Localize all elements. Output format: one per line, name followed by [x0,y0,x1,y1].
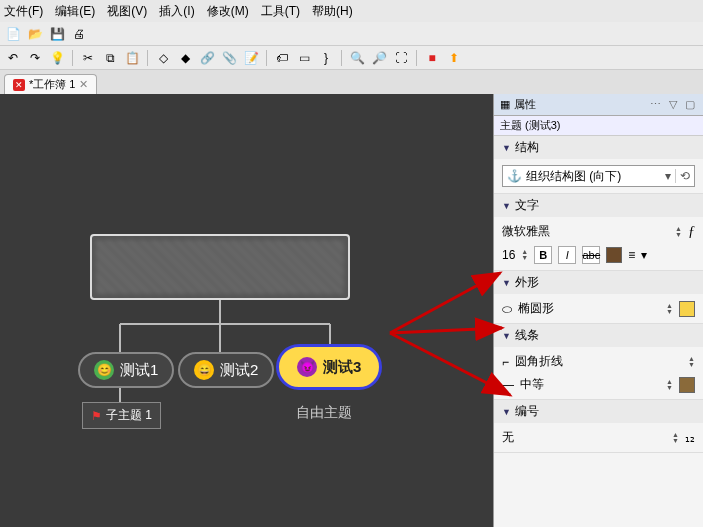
topic-2[interactable]: 😄 测试2 [178,352,274,388]
align-icon[interactable]: ≡ [628,248,635,262]
zoomin-icon[interactable]: 🔍 [348,49,366,67]
strike-button[interactable]: abc [582,246,600,264]
workbook-tab[interactable]: ✕ *工作簿 1 ✕ [4,74,97,94]
tab-close-icon[interactable]: ✕ [79,78,88,91]
line-style-icon: ⌐ [502,355,509,369]
topic-1-label: 测试1 [120,361,158,380]
shape-fill-swatch[interactable] [679,301,695,317]
open-icon[interactable]: 📂 [26,25,44,43]
menu-modify[interactable]: 修改(M) [207,3,249,20]
structure-dropdown[interactable]: ⚓ 组织结构图 (向下) ▾ ⟲ [502,165,695,187]
marker-icon[interactable]: 🏷 [273,49,291,67]
dropdown-arrow-icon[interactable]: ▾ [665,169,671,183]
font-size[interactable]: 16 [502,248,515,262]
text-color-swatch[interactable] [606,247,622,263]
save-icon[interactable]: 💾 [48,25,66,43]
menu-edit[interactable]: 编辑(E) [55,3,95,20]
topic-1[interactable]: 😊 测试1 [78,352,174,388]
panel-header: ▦ 属性 ⋯ ▽ ▢ [494,94,703,116]
panel-menu-icon[interactable]: ⋯ [648,98,663,111]
line-weight-icon: — [502,378,514,392]
menu-view[interactable]: 视图(V) [107,3,147,20]
summary-icon[interactable]: } [317,49,335,67]
shape-value[interactable]: 椭圆形 [518,300,660,317]
toolbar-1: 📄 📂 💾 🖨 [0,22,703,46]
collapse-arrow-icon: ▼ [502,331,511,341]
tab-bar: ✕ *工作簿 1 ✕ [0,70,703,94]
properties-panel: ▦ 属性 ⋯ ▽ ▢ 主题 (测试3) ▼ 结构 ⚓ 组织结构图 (向下) ▾ … [493,94,703,527]
menu-help[interactable]: 帮助(H) [312,3,353,20]
undo-icon[interactable]: ↶ [4,49,22,67]
topic-3-label: 测试3 [323,358,361,377]
italic-button[interactable]: I [558,246,576,264]
topic-3-selected[interactable]: 😈 测试3 [276,344,382,390]
panel-icon: ▦ [500,98,510,111]
number-format-icon[interactable]: ₁₂ [685,431,695,445]
section-shape-header[interactable]: ▼ 外形 [494,271,703,294]
collapse-arrow-icon: ▼ [502,407,511,417]
free-topic-label: 自由主题 [296,404,352,422]
tab-title: *工作簿 1 [29,77,75,92]
panel-title: 属性 [514,97,536,112]
bulb-icon[interactable]: 💡 [48,49,66,67]
topic-2-label: 测试2 [220,361,258,380]
smile-purple-icon: 😈 [297,357,317,377]
menu-file[interactable]: 文件(F) [4,3,43,20]
font-name[interactable]: 微软雅黑 [502,223,669,240]
panel-subtitle: 主题 (测试3) [494,116,703,136]
dropdown-reset-icon[interactable]: ⟲ [675,169,690,183]
size-stepper[interactable]: ▲▼ [521,249,528,261]
smile-yellow-icon: 😄 [194,360,214,380]
section-number-header[interactable]: ▼ 编号 [494,400,703,423]
cut-icon[interactable]: ✂ [79,49,97,67]
subnode-icon[interactable]: ◆ [176,49,194,67]
subtopic-label: 子主题 1 [106,407,152,424]
paste-icon[interactable]: 📋 [123,49,141,67]
font-stepper[interactable]: ▲▼ [675,226,682,238]
bold-button[interactable]: B [534,246,552,264]
panel-max-icon[interactable]: ▢ [683,98,697,111]
line-color-swatch[interactable] [679,377,695,393]
menu-insert[interactable]: 插入(I) [159,3,194,20]
line-weight-stepper[interactable]: ▲▼ [666,379,673,391]
new-icon[interactable]: 📄 [4,25,22,43]
attach-icon[interactable]: 📎 [220,49,238,67]
panel-min-icon[interactable]: ▽ [667,98,679,111]
menu-bar: 文件(F) 编辑(E) 视图(V) 插入(I) 修改(M) 工具(T) 帮助(H… [0,0,703,22]
boundary-icon[interactable]: ▭ [295,49,313,67]
mindmap-canvas[interactable]: 😊 测试1 😄 测试2 😈 测试3 ⚑ 子主题 1 自由主题 [0,94,493,527]
print-icon[interactable]: 🖨 [70,25,88,43]
smile-green-icon: 😊 [94,360,114,380]
drill-icon[interactable]: ■ [423,49,441,67]
flag-icon: ⚑ [91,409,102,423]
copy-icon[interactable]: ⧉ [101,49,119,67]
zoomout-icon[interactable]: 🔎 [370,49,388,67]
section-text-header[interactable]: ▼ 文字 [494,194,703,217]
number-value[interactable]: 无 [502,429,666,446]
font-style-icon[interactable]: ƒ [688,224,695,240]
line-style[interactable]: 圆角折线 [515,353,682,370]
note-icon[interactable]: 📝 [242,49,260,67]
shape-stepper[interactable]: ▲▼ [666,303,673,315]
node-icon[interactable]: ◇ [154,49,172,67]
line-style-stepper[interactable]: ▲▼ [688,356,695,368]
collapse-arrow-icon: ▼ [502,201,511,211]
collapse-arrow-icon: ▼ [502,278,511,288]
redo-icon[interactable]: ↷ [26,49,44,67]
org-chart-icon: ⚓ [507,169,522,183]
line-weight[interactable]: 中等 [520,376,660,393]
toolbar-2: ↶ ↷ 💡 ✂ ⧉ 📋 ◇ ◆ 🔗 📎 📝 🏷 ▭ } 🔍 🔎 ⛶ ■ ⬆ [0,46,703,70]
fit-icon[interactable]: ⛶ [392,49,410,67]
number-stepper[interactable]: ▲▼ [672,432,679,444]
section-line-header[interactable]: ▼ 线条 [494,324,703,347]
collapse-arrow-icon: ▼ [502,143,511,153]
subtopic-1[interactable]: ⚑ 子主题 1 [82,402,161,429]
ellipse-icon: ⬭ [502,302,512,316]
section-structure-header[interactable]: ▼ 结构 [494,136,703,159]
tab-app-icon: ✕ [13,79,25,91]
up-arrow-icon[interactable]: ⬆ [445,49,463,67]
menu-tools[interactable]: 工具(T) [261,3,300,20]
link-icon[interactable]: 🔗 [198,49,216,67]
align-arrow-icon[interactable]: ▾ [641,248,647,262]
root-topic[interactable] [90,234,350,300]
